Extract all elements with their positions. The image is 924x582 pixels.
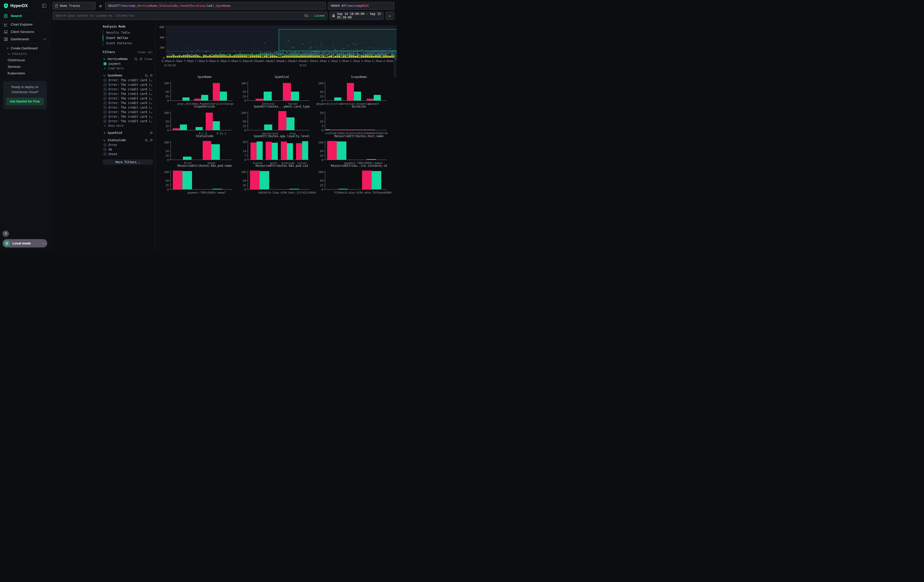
heatmap-date-label: 9/15 [300,64,306,67]
checkbox[interactable] [104,148,107,151]
help-button[interactable]: ? [3,231,9,237]
pin-icon[interactable] [150,138,153,142]
bar-green [287,143,293,160]
chart-y-axis: 02550100 [239,168,248,192]
filter-checkbox-row[interactable]: Ok [103,147,153,152]
sidebar-item-kubernetes[interactable]: Kubernetes [0,70,50,76]
sidebar-collapse-icon[interactable] [42,4,46,8]
filter-checkbox-row[interactable]: Error: The credit card (… [103,92,153,96]
y-tick-label: 25 [320,154,323,157]
sidebar-item-search[interactable]: Search [0,11,50,20]
show-more-button[interactable]: Show more [103,124,153,128]
filter-item-label: Ok [109,148,112,151]
filter-checkbox-row[interactable]: ✓payment [103,61,153,66]
checkbox[interactable] [104,97,107,100]
filter-checkbox-row[interactable]: Error: The credit card (… [103,114,153,119]
chevron-down-icon [103,74,106,77]
presets-toggle[interactable]: PRESETS [0,51,50,57]
filter-group-header-statuscode[interactable]: StatusCode [103,138,153,143]
analysis-mode-option-event-patterns[interactable]: Event Patterns [103,41,153,46]
sidebar-item-dashboards[interactable]: Dashboards [0,35,50,43]
clear-filter-button[interactable]: Clear [144,58,153,61]
sidebar-item-services[interactable]: Services [0,63,50,70]
order-by-input[interactable]: ORDER BY Timestamp DESC [328,2,394,10]
run-query-button[interactable]: ▷ [386,12,394,20]
mode-sql-toggle[interactable]: SQL [304,14,309,18]
filter-checkbox-row[interactable]: Error: The credit card (… [103,87,153,92]
bar-green [289,189,299,189]
analysis-mode-option-results-table[interactable]: Results Table [103,30,153,35]
sidebar-item-clickhouse[interactable]: ClickHouse [0,57,50,63]
y-tick-label: 100 [318,82,323,84]
checkbox[interactable] [104,83,107,86]
pin-icon[interactable] [150,74,153,77]
filter-checkbox-row[interactable]: Error: The credit card (… [103,110,153,114]
filter-group-header-spanname[interactable]: SpanName [103,73,153,78]
chart-y-axis: 071428 [239,138,248,162]
filter-checkbox-row[interactable]: Error: The credit card (… [103,101,153,105]
search-input[interactable]: Search your events w/ Lucene ex. column:… [53,12,327,20]
source-select[interactable]: Demo Traces ⌃⌄ [53,2,96,10]
heatmap-selection-box [279,29,397,51]
tooltip-header: Click & Drag to Select Data [394,53,397,60]
y-tick-label: 28 [243,141,246,143]
bar-red [352,130,356,130]
y-tick-label: 25 [320,95,323,98]
clear-all-button[interactable]: Clear all [138,51,153,54]
bar-green [213,121,220,130]
checkbox[interactable] [104,110,107,114]
sidebar-item-chart-explorer[interactable]: Chart Explorer [0,21,50,28]
bar-green [183,157,191,160]
search-icon[interactable] [145,138,148,142]
select-query-input[interactable]: SELECT Timestamp, ServiceName, StatusCod… [105,2,326,10]
mode-lucene-toggle[interactable]: Lucene [314,14,325,18]
more-filters-button[interactable]: More filters ⌄ [103,160,153,165]
checkbox[interactable] [104,106,107,109]
filter-item-label: Error [109,143,117,147]
y-tick-label: 100 [318,141,323,144]
bar-red [266,142,272,160]
checkbox[interactable] [104,153,107,156]
filter-checkbox-row[interactable]: Error: The credit card (… [103,105,153,110]
chart-plot: InternalServer [248,81,310,101]
hyperdx-logo-icon[interactable] [3,3,8,8]
checkbox[interactable] [104,79,107,82]
delta-charts-grid: SpanName02550100grpc.oteldemo.PaymentSer… [162,75,393,193]
filter-checkbox-row[interactable]: Error: The credit card (… [103,119,153,124]
checkbox[interactable] [104,120,107,123]
load-more-button[interactable]: Load more [103,66,153,71]
filter-item-label: Error: The credit card (… [109,97,152,100]
search-icon[interactable] [145,74,148,77]
filter-group-header-spankind[interactable]: SpanKind [103,130,153,135]
user-menu[interactable]: U Local mode › [3,239,47,247]
analysis-mode-option-event-deltas[interactable]: Event Deltas [103,35,153,41]
filter-group-header-servicename[interactable]: ServiceNameClear [103,56,153,61]
filter-item-label: Error: The credit card (… [109,83,152,87]
bar-red [371,130,375,130]
bar-red [281,142,287,160]
chart-title: ResourceAttributes.k8s.pod.name [170,164,239,168]
checkbox[interactable] [104,101,107,104]
pin-icon[interactable] [139,58,142,61]
pin-icon[interactable] [150,131,153,135]
sidebar-item-client-sessions[interactable]: Client Sessions [0,28,50,35]
create-dashboard-button[interactable]: + Create Dashboard [0,45,50,51]
chart-y-axis: 02550100 [162,79,170,103]
y-tick-label: 50 [243,91,246,93]
filter-checkbox-row[interactable]: Error: The credit card (… [103,96,153,101]
checkbox[interactable] [104,115,107,118]
filter-checkbox-row[interactable]: Error [103,143,153,147]
get-started-button[interactable]: Get Started for Free [6,98,44,105]
bar-red [329,130,333,130]
chevron-down-icon [103,58,106,61]
gear-icon[interactable]: ⚙ [98,3,103,8]
time-range-picker[interactable]: Sep 14 18:00:00 - Sep 15 05:30:00 [329,12,384,20]
filter-checkbox-row[interactable]: Error: The credit card (… [103,78,153,82]
filter-checkbox-row[interactable]: Unset [103,152,153,157]
search-icon[interactable] [134,58,138,61]
checkbox[interactable] [104,88,107,91]
checkbox[interactable] [104,92,107,96]
checkbox[interactable]: ✓ [104,62,107,65]
filter-checkbox-row[interactable]: Error: The credit card (… [103,82,153,87]
checkbox[interactable] [104,143,107,147]
